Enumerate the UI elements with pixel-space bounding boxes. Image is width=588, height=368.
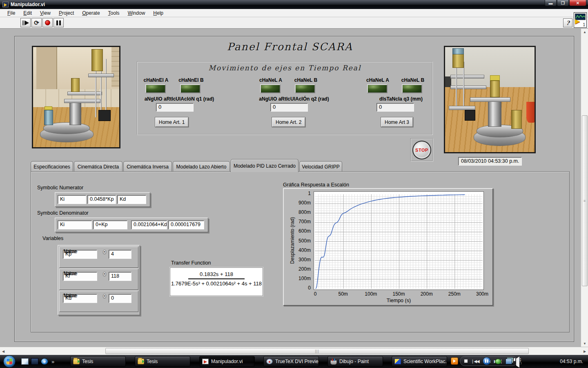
vertical-scroll-thumb[interactable]: ≡	[582, 115, 588, 286]
taskbar-button-workplace[interactable]: Scientific WorkPlac...	[392, 356, 447, 367]
media-previous-button[interactable]: ❘◀◀	[471, 359, 479, 364]
wmp-icon[interactable]	[451, 357, 458, 365]
channel-b-label: cHaNnEl B	[174, 77, 209, 83]
tray-green-app-icon[interactable]	[495, 359, 501, 364]
menu-window[interactable]: Window	[124, 9, 149, 17]
run-continuous-button[interactable]: ⟳	[31, 18, 42, 27]
vertical-scrollbar[interactable]: ▲ ≡ ▼	[581, 29, 588, 347]
vi-icon-pane[interactable]: 1	[574, 12, 587, 28]
menu-edit[interactable]: Edit	[19, 9, 36, 17]
transfer-function-display: 0.1832s + 118 1.7679E-5s³ + 0.0021064s² …	[170, 267, 263, 296]
value-spinner[interactable]: ▲▼	[103, 250, 108, 259]
stop-button[interactable]: STOP	[412, 141, 431, 159]
menu-view[interactable]: View	[36, 9, 55, 17]
channel-a-label: cHaNeL A	[253, 77, 288, 83]
home-art2-button[interactable]: Home Art. 2	[272, 117, 305, 127]
switch-windows-icon[interactable]	[31, 358, 38, 365]
page-title: Panel Frontal SCARA	[204, 41, 376, 53]
menu-bar: File Edit View Project Operate Tools Win…	[0, 9, 588, 17]
numerator-field-0[interactable]: Ki	[58, 195, 86, 204]
scroll-up-arrow[interactable]: ▲	[581, 29, 588, 35]
variable-value-field[interactable]: 118	[109, 272, 131, 281]
value-header: Value	[64, 271, 76, 276]
channel-b-label: cHaNeL B	[288, 77, 323, 83]
axis-q1-block: cHaNnEl A cHaNnEl B aNgUlO aRtIcUlAcIóN …	[138, 74, 220, 132]
denominator-field-2[interactable]: 0.0021064+Kd	[131, 220, 167, 229]
taskbar-button-paint[interactable]: Dibujo - Paint	[327, 356, 383, 367]
taskbar-button-manipulador[interactable]: Manipulador.vi	[199, 356, 255, 367]
run-button[interactable]	[20, 18, 31, 27]
channel-a-led	[145, 84, 166, 93]
taskbar: e » Tesis Tesis Manipulador.vi TrueTeX D…	[0, 355, 588, 368]
scroll-right-arrow[interactable]: ▶	[581, 348, 588, 355]
channel-a-led	[367, 84, 388, 93]
tab-cinematica-inversa[interactable]: Cinemática Inversa	[123, 161, 172, 172]
menu-operate[interactable]: Operate	[78, 9, 104, 17]
axis-q1-value-field[interactable]: 0	[156, 103, 194, 112]
tab-modelado-pid-lazo-cerrado[interactable]: Modelado PID Lazo Cerrado	[231, 159, 298, 172]
menu-file[interactable]: File	[3, 9, 19, 17]
tray-chevron-icon[interactable]: ‹	[489, 359, 491, 364]
close-button[interactable]: ✕	[569, 0, 586, 6]
value-spinner[interactable]: ▲▼	[103, 272, 108, 281]
tf-denominator: 1.7679E-5s³ + 0.0021064s² + 4s + 118	[170, 279, 263, 287]
media-stop-button[interactable]	[464, 359, 468, 363]
menu-project[interactable]: Project	[55, 9, 78, 17]
symbolic-numerator-label: Symbolic Numerator	[37, 185, 83, 191]
transfer-function-label: Transfer Function	[171, 260, 211, 266]
axis-q2-block: cHaNeL A cHaNeL B aNgUlO aRtIcUlAcIÓn q2…	[253, 74, 335, 132]
scientific-workplace-icon	[394, 359, 401, 364]
front-panel: Panel Frontal SCARA Movimiento de ejes e…	[0, 29, 581, 347]
start-button[interactable]	[3, 355, 16, 368]
tab-especificaciones[interactable]: Especificaciones	[31, 161, 73, 172]
channel-a-label: cHaNnEl A	[138, 77, 174, 83]
channels-group-title: Movimiento de ejes en Tiempo Real	[138, 64, 432, 72]
menu-tools[interactable]: Tools	[104, 9, 124, 17]
value-header: Value	[64, 249, 76, 254]
abort-button[interactable]	[42, 18, 53, 27]
variable-row-kp: Name Value Kp ▲▼ 4	[59, 247, 138, 268]
datetime-display: 08/03/2010 04:53:30 p.m.	[458, 157, 522, 166]
scroll-left-arrow[interactable]: ◀	[0, 348, 7, 355]
internet-explorer-icon[interactable]: e	[41, 358, 48, 365]
quicklaunch-overflow-chevron[interactable]: »	[51, 359, 54, 365]
axis-q2-label: aNgUlO aRtIcUlAcIÓn q2 (rad)	[253, 96, 335, 102]
home-art3-button[interactable]: Home Art 3	[381, 117, 413, 127]
pid-tab-page: Symbolic Numerator Ki 0.0458*Kp Kd Symbo…	[31, 171, 570, 332]
tab-modelado-lazo-abierto[interactable]: Modelado Lazo Abierto	[173, 161, 230, 172]
robot-photo-left	[32, 46, 120, 148]
menu-help[interactable]: Help	[149, 9, 167, 17]
tab-velocidad-gripp[interactable]: Velocidad GRIPP	[299, 161, 342, 172]
taskbar-button-truetex[interactable]: TrueTeX DVI Previe...	[263, 356, 319, 367]
system-tray: ‹	[489, 355, 523, 368]
context-help-button[interactable]: ?	[563, 18, 572, 27]
tray-volume-icon[interactable]	[516, 357, 519, 368]
minimize-button[interactable]: ▬	[545, 0, 557, 6]
numerator-field-1[interactable]: 0.0458*Kp	[87, 195, 116, 204]
tray-network-icon[interactable]	[506, 359, 512, 364]
symbolic-numerator-array: Ki 0.0458*Kp Kd	[55, 192, 150, 207]
taskbar-button-tesis-2[interactable]: Tesis	[135, 356, 190, 367]
variables-array: Name Value Kp ▲▼ 4 Name Value Ki ▲▼ 118	[58, 245, 140, 315]
numerator-field-2[interactable]: Kd	[117, 195, 146, 204]
variable-value-field[interactable]: 0	[109, 294, 131, 303]
axis-q1-label: aNgUlO aRtIcUlAcIóN q1 (rad)	[138, 96, 220, 102]
variable-value-field[interactable]: 4	[109, 250, 131, 259]
tab-cinematica-directa[interactable]: Cinemática Directa	[74, 161, 122, 172]
axis-q2-value-field[interactable]: 0	[270, 103, 308, 112]
home-art1-button[interactable]: Home Art. 1	[155, 117, 189, 127]
horizontal-scroll-thumb[interactable]: |||	[105, 348, 529, 354]
show-desktop-icon[interactable]	[21, 358, 29, 365]
taskbar-button-tesis-1[interactable]: Tesis	[70, 356, 126, 367]
horizontal-scrollbar[interactable]: ◀ ||| ▶	[0, 347, 588, 355]
value-spinner[interactable]: ▲▼	[103, 294, 108, 303]
robot-photo-right	[444, 46, 536, 153]
restore-button[interactable]: ❐	[557, 0, 569, 6]
taskbar-clock[interactable]: 04:53 p.m.	[560, 355, 583, 368]
axis-q3-value-field[interactable]: 0	[376, 103, 414, 112]
denominator-field-3[interactable]: 0.000017679	[168, 220, 204, 229]
pause-button[interactable]	[53, 18, 64, 27]
denominator-field-1[interactable]: 0+Kp	[93, 220, 127, 229]
denominator-field-0[interactable]: Ki	[58, 220, 92, 229]
scroll-down-arrow[interactable]: ▼	[581, 340, 588, 347]
